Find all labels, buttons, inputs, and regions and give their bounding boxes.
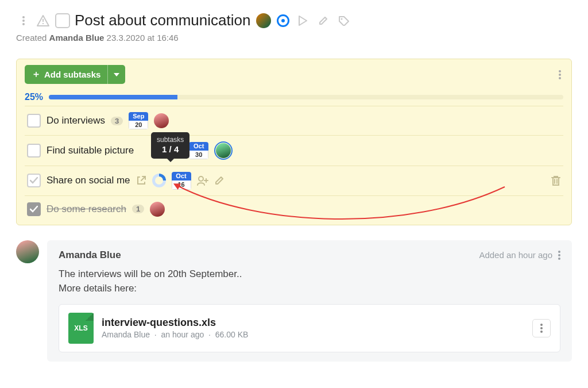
comment-timestamp: Added an hour ago [479,250,552,260]
subtask-label: Do interviews [47,115,105,126]
comment-menu-icon[interactable] [558,251,560,260]
edit-icon[interactable] [214,175,225,186]
comment-avatar[interactable] [16,240,39,263]
subtask-label: Share on social me [47,175,130,186]
subtask-row[interactable]: Do interviews 3 Sep 20 [25,106,563,135]
svg-point-0 [22,16,25,18]
svg-point-1 [22,20,25,22]
subtask-checkbox[interactable] [27,144,41,157]
due-date-chip[interactable]: Oct 16 [172,172,191,189]
svg-point-12 [558,258,560,260]
tag-icon[interactable] [336,13,351,28]
plus-icon: ＋ [32,68,41,80]
svg-point-6 [559,70,561,72]
subtasks-tooltip: subtasks 1 / 4 [151,132,189,159]
svg-point-2 [22,23,25,25]
play-icon[interactable] [295,13,310,28]
edit-icon[interactable] [316,13,331,28]
file-menu-icon[interactable] [532,319,551,337]
file-type-icon: XLS [68,313,94,344]
subtask-label: Do some research [47,203,126,215]
external-link-icon[interactable] [136,175,146,186]
progress-ring-icon[interactable] [152,174,166,187]
assignee-avatar[interactable] [150,202,165,217]
comment-card: Amanda Blue Added an hour ago The interv… [47,240,572,362]
comment-text: More details here: [59,281,560,296]
svg-point-15 [540,331,543,333]
subtask-row[interactable]: Do some research 1 [25,195,563,222]
svg-point-11 [558,254,560,256]
file-meta: Amanda Blue · an hour ago · 66.00 KB [102,330,524,339]
assignee-avatar[interactable] [256,13,271,28]
comment-author: Amanda Blue [59,249,121,261]
add-subtasks-dropdown[interactable] [107,65,125,84]
subtask-row[interactable]: Find suitable picture subtasks 1 / 4 Oct… [25,135,563,166]
svg-point-14 [540,327,543,329]
svg-point-10 [558,251,560,253]
comment-count-badge[interactable]: 1 [132,205,144,213]
subtask-checkbox[interactable] [27,174,41,187]
watch-icon[interactable] [277,14,289,27]
chevron-down-icon [114,73,119,76]
subtask-checkbox[interactable] [27,114,41,128]
assignee-avatar[interactable] [154,113,169,128]
svg-point-7 [559,74,561,76]
svg-point-13 [540,324,543,326]
add-subtasks-button[interactable]: ＋ Add subtasks [25,65,107,84]
subtask-label: Find suitable picture [47,145,134,156]
subtask-row[interactable]: Share on social me Oct 16 [25,166,563,195]
assignee-avatar[interactable] [214,141,233,160]
warning-icon[interactable] [36,13,51,28]
due-date-chip[interactable]: Sep 20 [129,112,148,129]
subtasks-menu-icon[interactable] [556,68,563,82]
attachment-card[interactable]: XLS interview-questions.xls Amanda Blue … [59,304,560,352]
more-icon[interactable] [16,13,31,28]
task-complete-checkbox[interactable] [55,13,70,28]
svg-rect-3 [42,19,44,22]
file-name: interview-questions.xls [102,317,524,329]
delete-icon[interactable] [551,175,561,186]
task-title: Post about communication [75,11,250,29]
svg-point-5 [341,18,343,20]
progress-percent: 25% [25,92,43,102]
add-subtasks-label: Add subtasks [44,70,100,79]
due-date-chip[interactable]: Oct 30 [189,142,208,159]
svg-point-8 [559,77,561,79]
created-meta: Created Amanda Blue 23.3.2020 at 16:46 [16,33,572,43]
svg-rect-4 [42,23,44,24]
comment-text: The interviews will be on 20th September… [59,267,560,282]
subtasks-panel: ＋ Add subtasks 25% Do interviews 3 Sep 2… [16,59,572,225]
comment-count-badge[interactable]: 3 [111,117,123,125]
add-assignee-icon[interactable] [197,175,208,186]
svg-point-9 [199,176,203,181]
progress-bar [49,95,563,99]
subtask-checkbox[interactable] [27,202,41,216]
